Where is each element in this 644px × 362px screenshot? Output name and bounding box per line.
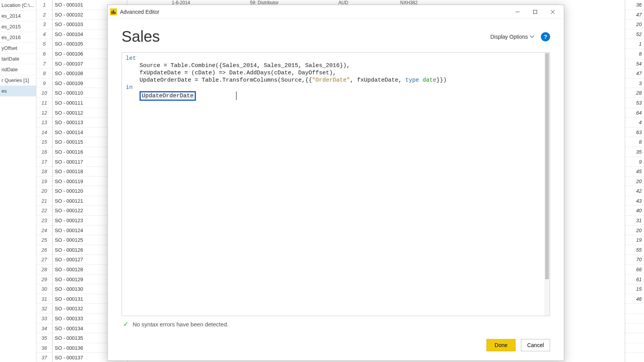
value-cell[interactable] bbox=[625, 353, 644, 362]
row-number: 27 bbox=[36, 255, 52, 265]
value-cell[interactable]: 15 bbox=[625, 284, 644, 294]
svg-rect-0 bbox=[112, 11, 113, 14]
value-cell[interactable]: 45 bbox=[625, 167, 644, 177]
app-icon bbox=[110, 8, 117, 15]
value-cell[interactable]: 3 bbox=[625, 79, 644, 88]
advanced-editor-dialog: Advanced Editor Sales Display Options ? … bbox=[107, 5, 564, 361]
row-number: 9 bbox=[36, 79, 52, 88]
value-cell[interactable]: 28 bbox=[625, 88, 644, 98]
value-cell[interactable]: 31 bbox=[625, 216, 644, 226]
row-number: 23 bbox=[36, 216, 52, 226]
value-cell[interactable]: 47 bbox=[625, 10, 644, 20]
value-cell[interactable]: 40 bbox=[625, 206, 644, 216]
right-value-column: 3647205218544732853644638359452042434031… bbox=[625, 0, 644, 362]
row-number: 11 bbox=[36, 98, 52, 108]
row-number: 33 bbox=[36, 314, 52, 324]
value-cell[interactable]: 47 bbox=[625, 69, 644, 79]
minimize-button[interactable] bbox=[509, 6, 526, 18]
value-cell[interactable]: 20 bbox=[625, 226, 644, 236]
value-cell[interactable]: 54 bbox=[625, 59, 644, 69]
close-button[interactable] bbox=[544, 6, 562, 18]
keyword-in: in bbox=[126, 84, 133, 91]
value-cell[interactable]: 8 bbox=[625, 49, 644, 59]
row-number: 19 bbox=[36, 177, 52, 187]
queries-pane-item[interactable]: es_2015 bbox=[0, 21, 36, 32]
vertical-scrollbar[interactable] bbox=[544, 52, 550, 316]
selected-identifier: UpdateOrderDate bbox=[140, 91, 196, 101]
value-cell[interactable]: 4 bbox=[625, 118, 644, 128]
value-cell[interactable]: 66 bbox=[625, 265, 644, 275]
value-cell[interactable]: 20 bbox=[625, 177, 644, 187]
row-number: 10 bbox=[36, 88, 52, 98]
row-number: 21 bbox=[36, 196, 52, 206]
display-options-dropdown[interactable]: Display Options bbox=[490, 34, 534, 40]
row-number: 5 bbox=[36, 39, 52, 49]
row-number: 16 bbox=[36, 147, 52, 157]
code-line-4b: , fxUpdateDate, bbox=[350, 77, 405, 84]
svg-rect-2 bbox=[115, 12, 116, 14]
value-cell[interactable]: 52 bbox=[625, 29, 644, 39]
value-cell[interactable]: 43 bbox=[625, 196, 644, 206]
svg-rect-1 bbox=[113, 10, 114, 14]
queries-pane-item[interactable]: tartDate bbox=[0, 54, 36, 64]
row-number: 12 bbox=[36, 108, 52, 118]
row-number: 17 bbox=[36, 157, 52, 167]
queries-pane: Location (C:\...es_2014es_2015es_2016yOf… bbox=[0, 0, 36, 362]
queries-pane-item[interactable]: ndDate bbox=[0, 64, 36, 75]
scrollbar-thumb[interactable] bbox=[545, 53, 549, 279]
code-content: let Source = Table.Combine({Sales_2014, … bbox=[122, 52, 550, 103]
row-number: 22 bbox=[36, 206, 52, 216]
value-cell[interactable] bbox=[625, 314, 644, 324]
status-text: No syntax errors have been detected. bbox=[133, 321, 228, 328]
title-bar: Advanced Editor bbox=[108, 5, 564, 19]
row-number: 34 bbox=[36, 324, 52, 334]
keyword-type: type bbox=[405, 77, 419, 84]
string-orderdate: "OrderDate" bbox=[312, 77, 350, 84]
dialog-footer: Done Cancel bbox=[108, 336, 564, 360]
row-number: 35 bbox=[36, 333, 52, 343]
code-line-2: Source = Table.Combine({Sales_2014, Sale… bbox=[126, 62, 350, 69]
code-line-4a: UpdateOrderDate = Table.TransformColumns… bbox=[126, 77, 312, 84]
value-cell[interactable]: 42 bbox=[625, 186, 644, 196]
row-number: 15 bbox=[36, 137, 52, 147]
value-cell[interactable] bbox=[625, 333, 644, 343]
queries-pane-item[interactable]: es_2014 bbox=[0, 11, 36, 21]
code-editor[interactable]: let Source = Table.Combine({Sales_2014, … bbox=[122, 52, 550, 316]
syntax-status: ✓ No syntax errors have been detected. bbox=[122, 316, 550, 331]
value-cell[interactable]: 19 bbox=[625, 235, 644, 245]
value-cell[interactable]: 35 bbox=[625, 147, 644, 157]
value-cell[interactable]: 55 bbox=[625, 245, 644, 255]
dialog-body: Sales Display Options ? let Source = Tab… bbox=[108, 19, 564, 336]
row-number: 7 bbox=[36, 59, 52, 69]
queries-pane-item[interactable]: yOffset bbox=[0, 43, 36, 54]
row-number: 24 bbox=[36, 226, 52, 236]
value-cell[interactable]: 20 bbox=[625, 20, 644, 29]
queries-pane-item[interactable]: es_2016 bbox=[0, 32, 36, 43]
row-number: 13 bbox=[36, 118, 52, 128]
row-number: 6 bbox=[36, 49, 52, 59]
maximize-button[interactable] bbox=[526, 6, 544, 18]
check-icon: ✓ bbox=[123, 320, 129, 328]
value-cell[interactable]: 46 bbox=[625, 294, 644, 304]
value-cell[interactable]: 70 bbox=[625, 255, 644, 265]
row-number: 28 bbox=[36, 265, 52, 275]
help-button[interactable]: ? bbox=[541, 32, 550, 41]
row-number: 31 bbox=[36, 294, 52, 304]
value-cell[interactable]: 61 bbox=[625, 275, 644, 285]
row-number: 14 bbox=[36, 128, 52, 138]
value-cell[interactable]: 64 bbox=[625, 108, 644, 118]
value-cell[interactable] bbox=[625, 324, 644, 334]
done-button[interactable]: Done bbox=[486, 339, 516, 351]
queries-pane-item[interactable]: es bbox=[0, 86, 36, 97]
row-number: 8 bbox=[36, 69, 52, 79]
value-cell[interactable]: 9 bbox=[625, 157, 644, 167]
keyword-date: date bbox=[422, 77, 436, 84]
value-cell[interactable]: 63 bbox=[625, 128, 644, 138]
value-cell[interactable] bbox=[625, 304, 644, 314]
value-cell[interactable]: 1 bbox=[625, 39, 644, 49]
value-cell[interactable] bbox=[625, 343, 644, 353]
value-cell[interactable]: 53 bbox=[625, 98, 644, 108]
cancel-button[interactable]: Cancel bbox=[521, 339, 550, 351]
queries-pane-item[interactable]: r Queries [1] bbox=[0, 75, 36, 86]
value-cell[interactable]: 8 bbox=[625, 137, 644, 147]
